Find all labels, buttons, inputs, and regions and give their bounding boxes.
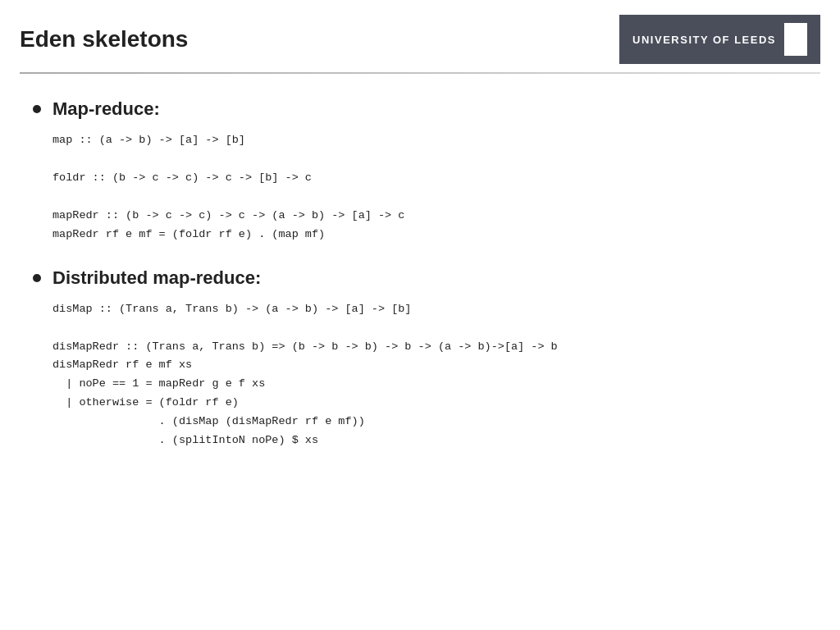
- code-block-distributed: disMap :: (Trans a, Trans b) -> (a -> b)…: [52, 300, 807, 451]
- bullet-dot-map-reduce: [33, 105, 41, 113]
- code-line: [52, 150, 807, 169]
- page-title: Eden skeletons: [20, 26, 188, 52]
- code-block-map-reduce: map :: (a -> b) -> [a] -> [b] foldr :: (…: [52, 131, 807, 244]
- bullet-header-distributed: Distributed map-reduce:: [33, 267, 807, 289]
- section-distributed-map-reduce: Distributed map-reduce: disMap :: (Trans…: [33, 267, 807, 451]
- code-line: disMapRedr rf e mf xs: [52, 356, 807, 375]
- code-line: mapRedr :: (b -> c -> c) -> c -> (a -> b…: [52, 207, 807, 226]
- section-label-distributed: Distributed map-reduce:: [52, 267, 261, 289]
- code-line: [52, 319, 807, 338]
- logo-text: UNIVERSITY OF LEEDS: [632, 34, 776, 46]
- code-line: | noPe == 1 = mapRedr g e f xs: [52, 375, 807, 394]
- section-map-reduce: Map-reduce: map :: (a -> b) -> [a] -> [b…: [33, 98, 807, 244]
- header: Eden skeletons UNIVERSITY OF LEEDS: [0, 0, 840, 72]
- university-logo: UNIVERSITY OF LEEDS: [619, 15, 820, 64]
- logo-icon: [784, 23, 807, 56]
- code-line: foldr :: (b -> c -> c) -> c -> [b] -> c: [52, 169, 807, 188]
- section-label-map-reduce: Map-reduce:: [52, 98, 160, 120]
- code-line: [52, 188, 807, 207]
- code-line: . (splitIntoN noPe) $ xs: [52, 431, 807, 450]
- main-content: Map-reduce: map :: (a -> b) -> [a] -> [b…: [0, 74, 840, 490]
- code-line: mapRedr rf e mf = (foldr rf e) . (map mf…: [52, 226, 807, 244]
- code-line: map :: (a -> b) -> [a] -> [b]: [52, 131, 807, 150]
- bullet-dot-distributed: [33, 274, 41, 282]
- code-line: disMapRedr :: (Trans a, Trans b) => (b -…: [52, 338, 807, 357]
- bullet-header-map-reduce: Map-reduce:: [33, 98, 807, 120]
- code-line: . (disMap (disMapRedr rf e mf)): [52, 413, 807, 431]
- code-line: disMap :: (Trans a, Trans b) -> (a -> b)…: [52, 300, 807, 319]
- code-line: | otherwise = (foldr rf e): [52, 394, 807, 413]
